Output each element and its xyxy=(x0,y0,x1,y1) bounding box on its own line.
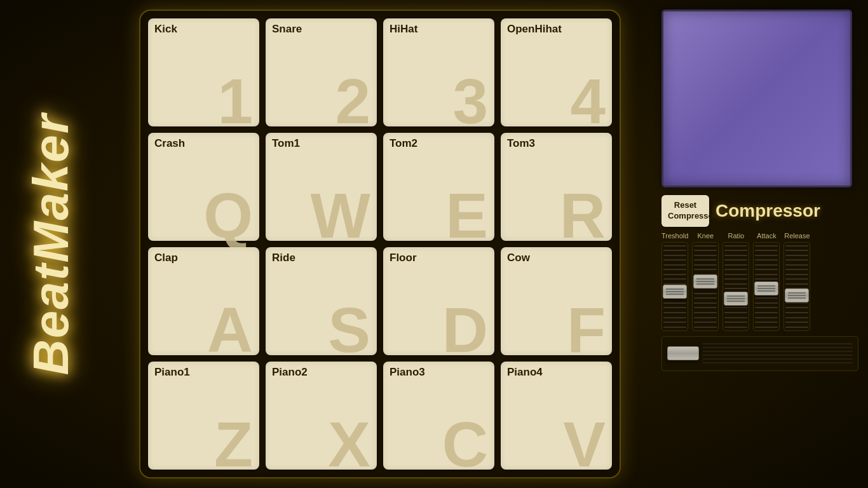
pad-label-snare: Snare xyxy=(272,24,302,34)
pad-key-kick: 1 xyxy=(217,69,253,133)
slider-handle-threshold[interactable] xyxy=(663,285,687,299)
slider-handle-knee[interactable] xyxy=(693,274,717,288)
slider-label-release: Release xyxy=(784,232,810,240)
pad-key-piano4: V xyxy=(563,412,606,476)
bottom-slider-handle[interactable] xyxy=(667,346,699,360)
slider-track-attack xyxy=(753,242,780,331)
pad-label-hihat: HiHat xyxy=(390,24,417,34)
pad-tom3[interactable]: Tom3 R xyxy=(501,133,612,241)
compressor-title: Compressor xyxy=(715,201,820,221)
pad-key-piano3: C xyxy=(442,412,488,476)
pad-clap[interactable]: Clap A xyxy=(148,247,259,355)
slider-group-ratio: Ratio xyxy=(722,232,749,331)
slider-label-knee: Knee xyxy=(698,232,714,240)
pad-key-floor: D xyxy=(442,298,488,362)
pad-grid: Kick 1 Snare 2 HiHat 3 OpenHihat 4 Crash… xyxy=(148,18,612,470)
slider-handle-release[interactable] xyxy=(785,288,809,302)
compressor-section: ResetCompressor Compressor Treshold Knee… xyxy=(661,195,858,371)
pad-label-clap: Clap xyxy=(154,252,178,263)
slider-group-threshold: Treshold xyxy=(661,232,688,331)
pad-key-tom1: W xyxy=(311,184,370,247)
pad-key-snare: 2 xyxy=(335,69,370,133)
pad-key-piano2: X xyxy=(328,412,370,476)
pad-piano2[interactable]: Piano2 X xyxy=(266,362,377,470)
bottom-track xyxy=(703,341,853,365)
pad-cow[interactable]: Cow F xyxy=(501,247,612,355)
pad-label-piano2: Piano2 xyxy=(272,367,308,377)
pad-key-piano1: Z xyxy=(214,412,253,476)
pad-hihat[interactable]: HiHat 3 xyxy=(383,18,494,126)
pad-grid-wrapper: Kick 1 Snare 2 HiHat 3 OpenHihat 4 Crash… xyxy=(139,10,621,478)
pad-piano1[interactable]: Piano1 Z xyxy=(148,362,259,470)
pad-tom2[interactable]: Tom2 E xyxy=(383,133,494,241)
pad-label-floor: Floor xyxy=(390,252,417,263)
pad-key-tom2: E xyxy=(445,184,488,247)
pad-tom1[interactable]: Tom1 W xyxy=(266,133,377,241)
slider-group-knee: Knee xyxy=(692,232,719,331)
pad-label-kick: Kick xyxy=(154,24,177,34)
pad-key-cow: F xyxy=(567,298,606,362)
pad-area: Kick 1 Snare 2 HiHat 3 OpenHihat 4 Crash… xyxy=(102,0,658,488)
slider-track-release xyxy=(783,242,810,331)
title-area: BeatMaker xyxy=(0,0,102,488)
slider-track-ratio xyxy=(722,242,749,331)
pad-snare[interactable]: Snare 2 xyxy=(266,18,377,126)
app-title: BeatMaker xyxy=(22,113,80,376)
pad-key-clap: A xyxy=(207,298,253,362)
pad-floor[interactable]: Floor D xyxy=(383,247,494,355)
display-screen xyxy=(661,10,852,187)
pad-piano4[interactable]: Piano4 V xyxy=(501,362,612,470)
pad-label-tom1: Tom1 xyxy=(272,138,300,149)
slider-label-attack: Attack xyxy=(757,232,776,240)
slider-group-attack: Attack xyxy=(753,232,780,331)
pad-key-openhihat: 4 xyxy=(570,69,606,133)
pad-piano3[interactable]: Piano3 C xyxy=(383,362,494,470)
pad-crash[interactable]: Crash Q xyxy=(148,133,259,241)
slider-handle-attack[interactable] xyxy=(754,281,778,295)
pad-kick[interactable]: Kick 1 xyxy=(148,18,259,126)
pad-ride[interactable]: Ride S xyxy=(266,247,377,355)
pad-key-hihat: 3 xyxy=(452,69,488,133)
pad-key-ride: S xyxy=(328,298,370,362)
pad-label-crash: Crash xyxy=(154,138,185,149)
slider-track-threshold xyxy=(661,242,688,331)
main-container: BeatMaker Kick 1 Snare 2 HiHat 3 OpenHih… xyxy=(0,0,868,488)
pad-label-tom3: Tom3 xyxy=(507,138,535,149)
pad-label-piano3: Piano3 xyxy=(390,367,425,377)
reset-compressor-button[interactable]: ResetCompressor xyxy=(661,195,709,227)
pad-openhihat[interactable]: OpenHihat 4 xyxy=(501,18,612,126)
pad-label-ride: Ride xyxy=(272,252,295,263)
pad-label-piano1: Piano1 xyxy=(154,367,190,377)
pad-label-piano4: Piano4 xyxy=(507,367,543,377)
pad-label-openhihat: OpenHihat xyxy=(507,24,562,34)
slider-track-knee xyxy=(692,242,719,331)
pad-key-tom3: R xyxy=(560,184,606,247)
slider-label-ratio: Ratio xyxy=(728,232,745,240)
slider-label-threshold: Treshold xyxy=(661,232,688,240)
pad-key-crash: Q xyxy=(203,184,253,247)
bottom-bar xyxy=(661,336,858,371)
slider-group-release: Release xyxy=(783,232,810,331)
pad-label-tom2: Tom2 xyxy=(390,138,417,149)
right-panel: ResetCompressor Compressor Treshold Knee… xyxy=(658,0,868,488)
compressor-header: ResetCompressor Compressor xyxy=(661,195,858,227)
sliders-area: Treshold Knee Ratio Attack xyxy=(661,232,858,331)
pad-label-cow: Cow xyxy=(507,252,530,263)
slider-handle-ratio[interactable] xyxy=(724,292,748,306)
